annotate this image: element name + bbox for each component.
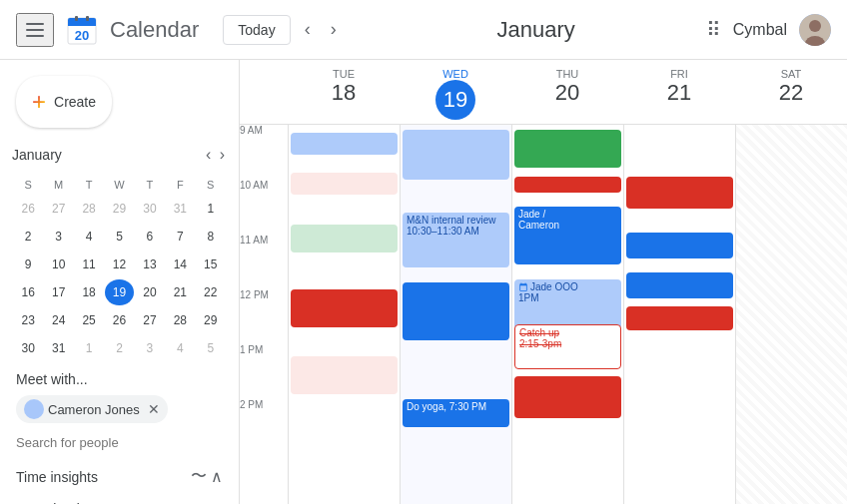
mini-cal-day[interactable]: 30	[14, 335, 42, 361]
mini-cal-day[interactable]: 16	[14, 279, 42, 305]
day-num-thu: 20	[511, 80, 623, 106]
mini-cal-day[interactable]: 10	[44, 252, 72, 277]
event-tue-5[interactable]	[291, 356, 398, 394]
search-people-input[interactable]	[16, 431, 176, 454]
day-num-sat: 22	[735, 80, 847, 106]
mini-cal-day[interactable]: 15	[197, 252, 225, 277]
mini-cal-day[interactable]: 25	[75, 307, 103, 333]
event-fri-3[interactable]	[626, 272, 733, 298]
calendar-header-row: TUE 18 WED 19 THU 20 FRI 21 SAT 22	[240, 60, 847, 125]
mini-cal-day[interactable]: 5	[105, 224, 133, 250]
time-label-9: 9 AM	[240, 125, 269, 136]
cal-columns: M&N internal review 10:30–11:30 AM Do yo…	[288, 125, 847, 504]
mini-cal-day[interactable]: 24	[44, 307, 72, 333]
event-thu-5[interactable]	[514, 376, 621, 418]
mini-cal-day[interactable]: 4	[75, 224, 103, 250]
header-spacer	[240, 60, 288, 124]
day-header-t2: T	[136, 176, 164, 194]
mini-cal-prev[interactable]: ‹	[204, 144, 213, 166]
day-num-fri: 21	[623, 80, 735, 106]
mini-cal-day[interactable]: 20	[136, 279, 164, 305]
day-header-s2: S	[197, 176, 225, 194]
event-mninternal[interactable]: M&N internal review 10:30–11:30 AM	[403, 213, 509, 267]
brand-name: Cymbal	[733, 21, 787, 39]
day-name-tue: TUE	[288, 68, 400, 80]
grid-icon[interactable]: ⠿	[706, 18, 721, 42]
mini-cal-day[interactable]: 2	[14, 224, 42, 250]
event-yoga[interactable]: Do yoga, 7:30 PM	[403, 399, 509, 427]
day-header-thu: THU 20	[511, 60, 623, 124]
svg-rect-2	[68, 24, 96, 26]
mini-cal-day[interactable]: 6	[136, 224, 164, 250]
event-tue-2[interactable]	[291, 173, 398, 195]
mini-cal-day[interactable]: 3	[136, 335, 164, 361]
mini-cal-day[interactable]: 3	[44, 224, 72, 250]
mini-cal-day[interactable]: 29	[105, 196, 133, 222]
prev-button[interactable]: ‹	[299, 13, 317, 46]
mini-cal-day[interactable]: 12	[105, 252, 133, 277]
event-wed-1[interactable]	[403, 130, 509, 180]
mini-cal-day[interactable]: 23	[14, 307, 42, 333]
event-jade-cameron[interactable]: Jade / Cameron	[514, 207, 621, 264]
mini-cal-day[interactable]: 9	[14, 252, 42, 277]
mini-cal-day[interactable]: 31	[44, 335, 72, 361]
time-insights-row: Time insights 〜 ∧	[0, 458, 239, 495]
event-fri-4[interactable]	[626, 306, 733, 330]
event-fri-2[interactable]	[626, 233, 733, 258]
svg-rect-5	[86, 16, 89, 21]
mini-cal-day[interactable]: 1	[197, 196, 225, 222]
mini-cal-day[interactable]: 8	[197, 224, 225, 250]
mini-cal-day[interactable]: 5	[197, 335, 225, 361]
mini-cal-day[interactable]: 13	[136, 252, 164, 277]
col-wed: M&N internal review 10:30–11:30 AM Do yo…	[400, 125, 511, 504]
col-tue	[288, 125, 400, 504]
mini-cal-day[interactable]: 17	[44, 279, 72, 305]
mini-cal-day[interactable]: 2	[105, 335, 133, 361]
next-button[interactable]: ›	[325, 13, 343, 46]
mini-cal-day[interactable]: 22	[197, 279, 225, 305]
create-button[interactable]: + Create	[16, 76, 112, 128]
calendars-section: My calendars ∧ Work Personal	[0, 495, 239, 504]
calendars-collapse-icon[interactable]: ∧	[211, 499, 223, 504]
col-sat	[735, 125, 847, 504]
event-tue-1[interactable]	[291, 133, 398, 155]
time-label-11: 11 AM	[240, 235, 274, 246]
event-thu-2[interactable]	[514, 177, 621, 193]
mini-cal-day[interactable]: 14	[166, 252, 194, 277]
day-name-wed: WED	[400, 68, 511, 80]
day-header-s: S	[14, 176, 42, 194]
user-avatar[interactable]	[799, 14, 831, 46]
time-insights-label: Time insights	[16, 469, 98, 485]
mini-cal-day[interactable]: 21	[166, 279, 194, 305]
menu-button[interactable]	[16, 13, 54, 47]
mini-cal-day[interactable]: 28	[166, 307, 194, 333]
event-tue-3[interactable]	[291, 225, 398, 252]
svg-rect-4	[75, 16, 78, 21]
event-fri-1[interactable]	[626, 177, 733, 209]
mini-cal-day[interactable]: 7	[166, 224, 194, 250]
mini-cal-day[interactable]: 29	[197, 307, 225, 333]
event-wed-3[interactable]	[403, 282, 509, 340]
trend-icon[interactable]: 〜	[191, 466, 207, 487]
event-thu-1[interactable]	[514, 130, 621, 168]
mini-cal-next[interactable]: ›	[218, 144, 227, 166]
remove-cameron-button[interactable]: ✕	[148, 401, 160, 417]
mini-cal-day[interactable]: 28	[75, 196, 103, 222]
mini-cal-day[interactable]: 27	[44, 196, 72, 222]
collapse-icon[interactable]: ∧	[211, 467, 223, 486]
day-header-sat: SAT 22	[735, 60, 847, 124]
today-button[interactable]: Today	[223, 15, 290, 45]
event-tue-4[interactable]	[291, 289, 398, 327]
mini-cal-nav: ‹ ›	[204, 144, 227, 166]
mini-cal-day[interactable]: 30	[136, 196, 164, 222]
mini-cal-day[interactable]: 1	[75, 335, 103, 361]
mini-cal-day[interactable]: 19	[105, 279, 133, 305]
mini-cal-day[interactable]: 26	[105, 307, 133, 333]
mini-cal-day[interactable]: 11	[75, 252, 103, 277]
mini-cal-day[interactable]: 26	[14, 196, 42, 222]
event-catch-up[interactable]: Catch up2:15-3pm	[514, 324, 621, 369]
mini-cal-day[interactable]: 4	[166, 335, 194, 361]
mini-cal-day[interactable]: 18	[75, 279, 103, 305]
mini-cal-day[interactable]: 27	[136, 307, 164, 333]
mini-cal-day[interactable]: 31	[166, 196, 194, 222]
